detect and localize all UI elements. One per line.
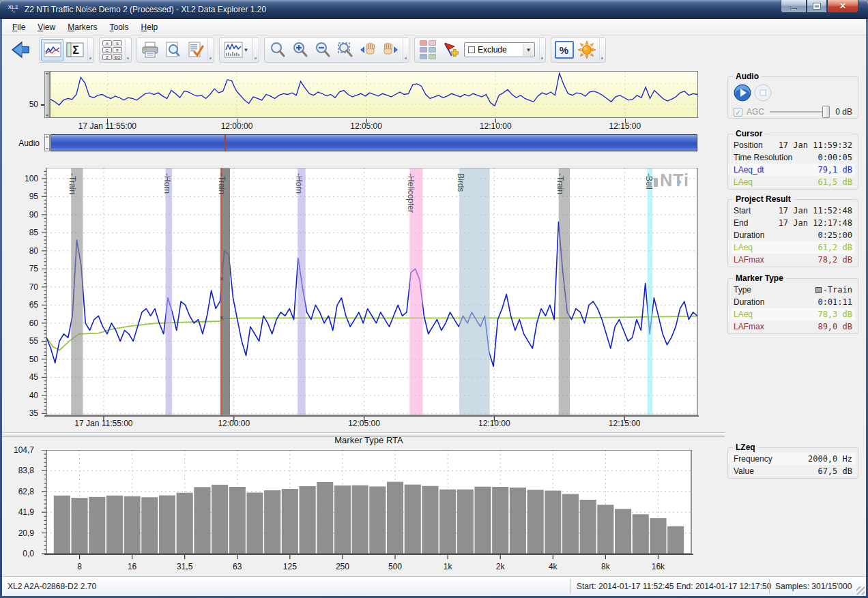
panel-row-label: Value: [734, 466, 754, 476]
toolbar-grip: [125, 39, 130, 61]
app-icon-wave: ∿: [11, 9, 16, 14]
audio-cursor[interactable]: [225, 135, 226, 151]
chart-type-dropdown[interactable]: ▼: [221, 39, 251, 61]
sun-icon: [578, 41, 596, 59]
zoom-cursor-button[interactable]: [266, 39, 289, 61]
client-area: 50 Audio ××-Train-Horn-Train-Horn-Helico…: [0, 64, 868, 576]
main-y-tick-label: 85: [19, 228, 38, 237]
resize-grip[interactable]: [856, 586, 865, 595]
magnifier-icon: [270, 42, 286, 58]
nti-logo-dot: [677, 180, 681, 184]
panel-row-label: LAFmax: [734, 322, 764, 331]
zoom-out-button[interactable]: [311, 39, 334, 61]
minimize-button[interactable]: [781, 0, 807, 13]
panel-row: Duration0:25:00: [731, 229, 855, 241]
main-y-tick-label: 70: [19, 282, 38, 292]
panel-row: LAeq_dt79,1 dB: [731, 164, 855, 176]
volume-slider-handle[interactable]: [822, 106, 830, 118]
toolbar-grip: [252, 39, 257, 61]
back-button[interactable]: [8, 38, 33, 61]
audio-track-bar[interactable]: [50, 134, 697, 151]
audio-track-label: Audio: [10, 138, 40, 148]
report-button[interactable]: [184, 39, 206, 61]
percent-button[interactable]: %: [553, 39, 575, 61]
stop-button[interactable]: [754, 84, 772, 102]
audio-scroll-strip[interactable]: [44, 134, 50, 151]
panel-row: Type-Train: [731, 284, 855, 296]
marker-colors-button[interactable]: [416, 39, 439, 61]
zoom-in-button[interactable]: [289, 39, 311, 61]
agc-checkbox[interactable]: ✓: [734, 108, 742, 117]
rta-chart-title: Marker Type RTA: [46, 435, 691, 445]
panel-row-value: 67,5 dB: [818, 466, 852, 476]
back-arrow-icon: [10, 41, 31, 59]
panel-row-value: 61,2 dB: [818, 243, 852, 252]
zoom-selection-button[interactable]: [334, 39, 356, 61]
overview-x-tick-label: 17 Jan 11:55:00: [78, 121, 136, 131]
overview-x-tick-label: 12:05:00: [350, 121, 382, 131]
panel-row: Value67,5 dB: [731, 465, 855, 477]
flag-add-icon: [441, 41, 460, 59]
panel-row-value: 78,2 dB: [818, 255, 852, 265]
rta-y-tick-label: 83,8: [10, 466, 34, 475]
rta-x-tick-label: 500: [388, 562, 402, 571]
toolbar-group-output: [136, 38, 214, 63]
marker-mode-label: Exclude: [478, 45, 507, 55]
add-marker-button[interactable]: [439, 39, 461, 61]
main-y-tick-label: 95: [19, 192, 38, 201]
marker-mode-dropdown[interactable]: Exclude ▼: [464, 42, 535, 57]
print-preview-button[interactable]: [161, 39, 184, 61]
menubar: File View Markers Tools Help: [2, 19, 866, 35]
overview-chart[interactable]: [50, 71, 698, 118]
toolbar: Σ AS CF ZEQ: [2, 35, 866, 64]
status-range: Start: 2014-01-17 11:52:45 End: 2014-01-…: [577, 582, 771, 591]
rta-y-tick-label: 41,9: [10, 507, 34, 517]
play-button[interactable]: [734, 84, 751, 102]
menu-help[interactable]: Help: [135, 20, 164, 34]
audio-panel: Audio ✓ AGC: [727, 76, 858, 119]
menu-markers[interactable]: Markers: [61, 20, 103, 34]
panel-row-value: 17 Jan 12:17:48: [779, 218, 852, 228]
menu-view[interactable]: View: [31, 20, 61, 34]
main-chart[interactable]: ××-Train-Horn-Train-Horn-HelicopterBirds…: [40, 168, 699, 421]
sigma-table-icon: Σ: [66, 42, 84, 57]
rta-y-tick-label: 0,0: [10, 549, 34, 558]
overview-x-tick-label: 12:00:00: [221, 121, 253, 131]
rta-x-tick-label: 8: [77, 562, 82, 571]
print-button[interactable]: [139, 39, 161, 61]
volume-slider[interactable]: [770, 111, 830, 113]
pan-left-button[interactable]: [356, 39, 379, 61]
overview-scroll-strip[interactable]: [44, 71, 50, 118]
rta-x-tick-label: 31,5: [177, 562, 192, 571]
channel-select-button[interactable]: AS CF ZEQ: [101, 39, 124, 61]
panel-row-value: 89,0 dB: [818, 322, 852, 331]
main-y-tick-label: 55: [19, 336, 38, 346]
main-y-tick-label: 75: [19, 264, 38, 273]
rta-x-tick-label: 16: [128, 562, 136, 571]
rta-x-tick-label: 2k: [496, 562, 505, 571]
close-button[interactable]: ✕: [827, 0, 858, 13]
menu-tools[interactable]: Tools: [104, 20, 135, 34]
panel-row: Frequency2000,0 Hz: [731, 453, 855, 465]
panel-row-value: 0:25:00: [818, 230, 852, 240]
volume-level: 0 dB: [835, 107, 852, 117]
pan-right-button[interactable]: [379, 39, 401, 61]
maximize-button[interactable]: [807, 0, 827, 13]
overview-x-tick: [237, 119, 237, 123]
menu-file[interactable]: File: [6, 20, 31, 34]
titlebar[interactable]: XL2 ∿ Z2 NTi Traffic Noise Demo 2 (Proce…: [0, 0, 868, 19]
panel-row-value: 79,1 dB: [818, 165, 852, 175]
rta-chart[interactable]: [38, 450, 693, 559]
table-view-button[interactable]: Σ: [63, 39, 86, 61]
overview-x-tick: [495, 119, 496, 123]
day-night-button[interactable]: [575, 39, 598, 61]
svg-text:-Train: -Train: [555, 173, 565, 194]
panel-row-value: -Train: [815, 285, 852, 295]
line-chart-icon: [44, 42, 61, 57]
nti-logo: NTi: [648, 173, 689, 187]
graph-view-button[interactable]: [41, 39, 63, 61]
svg-text:-Train: -Train: [68, 173, 77, 194]
panel-row: Duration0:01:11: [731, 296, 855, 308]
overview-x-tick-label: 12:15:00: [609, 121, 641, 131]
svg-text:×: ×: [220, 314, 223, 321]
